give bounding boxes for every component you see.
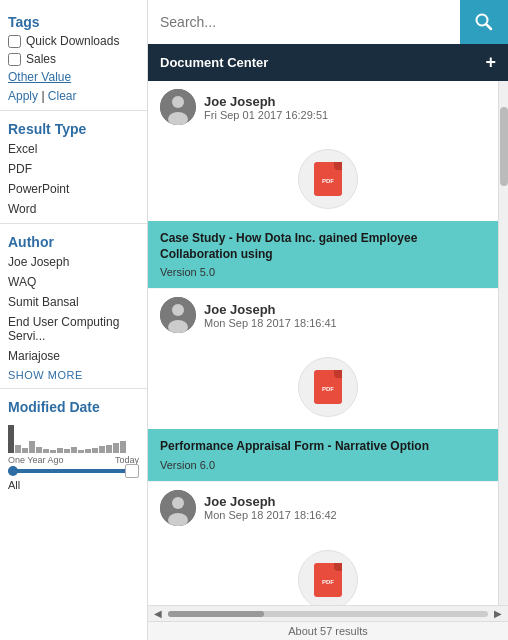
show-more-button[interactable]: SHOW MORE (0, 366, 147, 384)
doc-icon-circle-1: PDF (298, 149, 358, 209)
doc-user-date-3: Mon Sep 18 2017 18:16:42 (204, 509, 337, 521)
sales-checkbox[interactable] (8, 53, 21, 66)
scrollbar-thumb[interactable] (500, 107, 508, 186)
doc-user-info-2: Joe Joseph Mon Sep 18 2017 18:16:41 (204, 302, 337, 329)
doc-icon-circle-2: PDF (298, 357, 358, 417)
apply-clear-row: Apply | Clear (0, 86, 147, 106)
author-end-user[interactable]: End User Computing Servi... (0, 312, 147, 346)
doc-user-date-1: Fri Sep 01 2017 16:29:51 (204, 109, 328, 121)
add-document-button[interactable]: + (485, 52, 496, 73)
doc-card-1: Joe Joseph Fri Sep 01 2017 16:29:51 PDF … (148, 81, 508, 288)
result-type-pdf[interactable]: PDF (0, 159, 147, 179)
date-bar (106, 445, 112, 453)
date-bar (99, 446, 105, 453)
date-bar (15, 445, 21, 453)
pdf-icon-2: PDF (314, 370, 342, 404)
date-bar (36, 447, 42, 453)
date-label-left: One Year Ago (8, 455, 64, 465)
date-bar (43, 449, 49, 453)
results-count: About 57 results (148, 621, 508, 640)
tag-sales[interactable]: Sales (0, 50, 147, 68)
clear-link[interactable]: Clear (48, 89, 77, 103)
doc-thumbnail-3: PDF (148, 534, 508, 605)
tags-title: Tags (0, 8, 147, 32)
doc-card-3-header: Joe Joseph Mon Sep 18 2017 18:16:42 (148, 482, 508, 534)
svg-point-3 (172, 96, 184, 108)
scroll-right-arrow[interactable]: ▶ (492, 608, 504, 619)
doc-thumbnail-2: PDF (148, 341, 508, 429)
search-icon (474, 12, 494, 32)
sidebar: Tags Quick Downloads Sales Other Value A… (0, 0, 148, 640)
doc-title-1: Case Study - How Dota Inc. gained Employ… (160, 231, 496, 262)
author-joe-joseph[interactable]: Joe Joseph (0, 252, 147, 272)
date-bar (57, 448, 63, 453)
date-bar (29, 441, 35, 453)
bottom-scrollbar: ◀ ▶ (148, 605, 508, 621)
doc-center-header: Document Center + (148, 44, 508, 81)
right-scrollbar[interactable] (498, 81, 508, 605)
avatar-person-icon-2 (160, 297, 196, 333)
date-bar (113, 443, 119, 453)
doc-user-name-2: Joe Joseph (204, 302, 337, 317)
date-bar (78, 450, 84, 453)
date-bar (92, 448, 98, 453)
pdf-icon-3: PDF (314, 563, 342, 597)
doc-thumbnail-1: PDF (148, 133, 508, 221)
scrollbar-track[interactable] (168, 611, 488, 617)
date-bar (22, 448, 28, 453)
doc-version-2: Version 6.0 (160, 459, 496, 471)
doc-user-name-1: Joe Joseph (204, 94, 328, 109)
result-type-word[interactable]: Word (0, 199, 147, 219)
apply-link[interactable]: Apply (8, 89, 38, 103)
author-mariajose[interactable]: Mariajose (0, 346, 147, 366)
date-bar (120, 441, 126, 453)
svg-line-1 (487, 24, 492, 29)
doc-card-3: Joe Joseph Mon Sep 18 2017 18:16:42 PDF (148, 482, 508, 605)
avatar-person-icon-3 (160, 490, 196, 526)
doc-user-name-3: Joe Joseph (204, 494, 337, 509)
result-type-title: Result Type (0, 115, 147, 139)
date-labels: One Year Ago Today (8, 455, 139, 465)
doc-info-1[interactable]: Case Study - How Dota Inc. gained Employ… (148, 221, 508, 288)
tag-quick-downloads[interactable]: Quick Downloads (0, 32, 147, 50)
avatar-person-icon (160, 89, 196, 125)
modified-date-title: Modified Date (0, 393, 147, 417)
svg-point-9 (172, 497, 184, 509)
doc-user-info-3: Joe Joseph Mon Sep 18 2017 18:16:42 (204, 494, 337, 521)
date-all-label: All (8, 477, 139, 493)
pdf-icon-1: PDF (314, 162, 342, 196)
result-type-excel[interactable]: Excel (0, 139, 147, 159)
doc-card-2-header: Joe Joseph Mon Sep 18 2017 18:16:41 (148, 289, 508, 341)
other-value-label: Other Value (8, 70, 71, 84)
other-value-link[interactable]: Other Value (0, 68, 147, 86)
avatar-2 (160, 297, 196, 333)
doc-card-1-header: Joe Joseph Fri Sep 01 2017 16:29:51 (148, 81, 508, 133)
date-bar (71, 447, 77, 453)
doc-card-2: Joe Joseph Mon Sep 18 2017 18:16:41 PDF … (148, 289, 508, 481)
date-bar (85, 449, 91, 453)
doc-info-2[interactable]: Performance Appraisal Form - Narrative O… (148, 429, 508, 481)
author-title: Author (0, 228, 147, 252)
doc-version-1: Version 5.0 (160, 266, 496, 278)
date-filter: One Year Ago Today All (0, 417, 147, 499)
date-bar (50, 450, 56, 453)
author-sumit-bansal[interactable]: Sumit Bansal (0, 292, 147, 312)
date-slider-track[interactable] (8, 469, 139, 473)
date-slider-handle-right[interactable] (125, 464, 139, 478)
search-button[interactable] (460, 0, 508, 44)
date-bar (64, 449, 70, 453)
doc-center-title: Document Center (160, 55, 268, 70)
tag-sales-label: Sales (26, 52, 56, 66)
scrollbar-thumb-horizontal[interactable] (168, 611, 264, 617)
avatar-3 (160, 490, 196, 526)
main-content: Document Center + Joe Joseph Fri Sep 01 … (148, 0, 508, 640)
date-slider-handle-left[interactable] (8, 466, 18, 476)
author-waq[interactable]: WAQ (0, 272, 147, 292)
scroll-left-arrow[interactable]: ◀ (152, 608, 164, 619)
result-type-powerpoint[interactable]: PowerPoint (0, 179, 147, 199)
doc-title-2: Performance Appraisal Form - Narrative O… (160, 439, 496, 455)
avatar-1 (160, 89, 196, 125)
quick-downloads-checkbox[interactable] (8, 35, 21, 48)
date-chart (8, 423, 139, 453)
search-input[interactable] (148, 0, 460, 44)
